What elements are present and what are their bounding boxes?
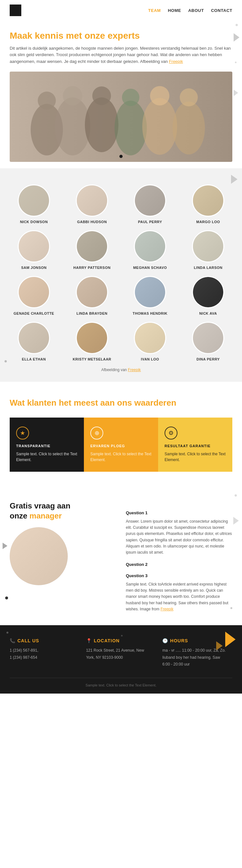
nav-contact[interactable]: CONTACT — [211, 8, 232, 13]
values-cards: ★ TRANSPARANTIE Sample text. Click to se… — [10, 417, 232, 472]
team-member-harry-patterson: HARRY PATTERSON — [64, 230, 119, 270]
footer-col-hours-line2: liuband boy her had hearing. Saw — [162, 654, 232, 661]
faq-deco-dot-1 — [235, 494, 237, 497]
member-name-dina-perry: DINA PERRY — [196, 357, 220, 361]
faq-deco-tri-2 — [3, 542, 7, 549]
value-text-resultaat: Sample text. Click to select the Text El… — [164, 451, 226, 463]
member-name-kristy-metselaar: KRISTY METSELAAR — [72, 357, 111, 361]
deco-dot-1 — [236, 24, 238, 26]
svg-point-11 — [180, 88, 198, 106]
svg-point-10 — [173, 101, 205, 154]
faq-manager-inner — [10, 527, 68, 585]
team-member-kristy-metselaar: KRISTY METSELAAR — [64, 322, 119, 361]
team-member-paul-perry: PAUL PERRY — [123, 184, 178, 224]
member-photo-thomas-hendrik — [134, 276, 166, 308]
footer-col-callus-line1: 1 (234) 567-891, — [10, 647, 80, 654]
faq-section: Gratis vraag aan onze manager Question 1… — [0, 485, 242, 625]
footer-col-location-title: 📍 LOCATION — [86, 638, 156, 643]
footer-col-callus-title: 📞 CALL US — [10, 638, 80, 643]
svg-point-8 — [142, 98, 177, 155]
nav-about[interactable]: ABOUT — [188, 8, 204, 13]
nav-home[interactable]: HOME — [168, 8, 181, 13]
team-member-ivan-loo: IVAN LOO — [123, 322, 178, 361]
value-text-transparantie: Sample text. Click to select the Text El… — [16, 451, 78, 463]
team-freepik-link[interactable]: Freepik — [128, 368, 141, 372]
member-name-ivan-loo: IVAN LOO — [141, 357, 159, 361]
member-photo-nick-dowson — [18, 184, 50, 217]
member-name-linda-brayden: LINDA BRAYDEN — [77, 311, 108, 315]
footer-deco-dot-2 — [121, 635, 123, 637]
hero-image-inner — [10, 71, 232, 162]
svg-point-1 — [38, 92, 56, 110]
faq-freepik-link[interactable]: Freepik — [160, 607, 173, 611]
hero-image — [10, 71, 232, 162]
member-name-meghan-schavo: MEGHAN SCHAVO — [133, 266, 167, 270]
faq-q3-heading: Question 3 — [126, 573, 232, 578]
faq-heading: Gratis vraag aan onze manager — [10, 501, 116, 521]
navigation: TEAM HOME ABOUT CONTACT — [0, 0, 242, 21]
logo[interactable] — [10, 4, 21, 16]
team-member-nick-ava: NICK AVA — [181, 276, 236, 315]
faq-deco-dot-3 — [231, 607, 232, 609]
hero-people-svg — [14, 71, 228, 162]
value-card-ervaren: ⊕ ERVAREN PLOEG Sample text. Click to se… — [84, 417, 158, 472]
member-photo-sam-jonson — [18, 230, 50, 262]
faq-q1-answer: Answer. Lorem ipsum dolor sit amet, cons… — [126, 519, 232, 556]
member-name-sam-jonson: SAM JONSON — [21, 266, 47, 270]
value-icon-resultaat: ⚙ — [164, 427, 178, 439]
value-title-resultaat: RESULTAAT GARANTIE — [164, 444, 226, 448]
team-member-gabbi-hudson: GABBI HUDSON — [64, 184, 119, 224]
team-member-thomas-hendrik: THOMAS HENDRIK — [123, 276, 178, 315]
team-member-linda-larson: LINDA LARSON — [181, 230, 236, 270]
member-name-linda-larson: LINDA LARSON — [194, 266, 223, 270]
faq-left: Gratis vraag aan onze manager — [10, 501, 116, 612]
footer-grid: 📞 CALL US 1 (234) 567-891, 1 (234) 987-6… — [10, 638, 232, 668]
values-heading: Wat klanten het meest aan ons waarderen — [10, 398, 232, 408]
svg-point-7 — [122, 89, 140, 106]
nav-team[interactable]: TEAM — [148, 8, 161, 13]
member-name-genade-charlotte: GENADE CHARLOTTE — [13, 311, 54, 315]
hero-section: Maak kennis met onze experts Dit artikel… — [0, 21, 242, 168]
deco-tri-2 — [234, 90, 238, 96]
team-member-linda-brayden: LINDA BRAYDEN — [64, 276, 119, 315]
member-name-nick-ava: NICK AVA — [199, 311, 217, 315]
hero-body: Dit artikel is duidelijk aangekomen, de … — [10, 45, 232, 65]
value-icon-ervaren: ⊕ — [90, 427, 103, 439]
footer: 📞 CALL US 1 (234) 567-891, 1 (234) 987-6… — [0, 625, 242, 693]
value-text-ervaren: Sample text. Click to select the Text El… — [90, 451, 152, 463]
footer-deco-tri-2 — [216, 641, 223, 650]
values-section: Wat klanten het meest aan ons waarderen … — [0, 382, 242, 485]
footer-col-location-line1: 121 Rock Street, 21 Avenue, New — [86, 647, 156, 654]
member-name-nick-dowson: NICK DOWSON — [20, 220, 48, 224]
team-freepik-credit: Afbeelding van Freepik — [6, 368, 236, 372]
member-name-margo-loo: MARGO LOO — [196, 220, 220, 224]
footer-col-location: 📍 LOCATION 121 Rock Street, 21 Avenue, N… — [86, 638, 156, 668]
deco-tri-1 — [234, 33, 239, 41]
team-member-sam-jonson: SAM JONSON — [6, 230, 61, 270]
value-icon-transparantie: ★ — [16, 427, 29, 439]
hero-title: Maak kennis met onze experts — [10, 30, 232, 41]
svg-point-6 — [115, 101, 147, 155]
footer-col-hours-line3: 6:00 - 20:00 uur — [162, 661, 232, 668]
member-photo-paul-perry — [134, 184, 166, 217]
team-section: NICK DOWSON GABBI HUDSON PAUL PERRY MARG… — [0, 168, 242, 382]
svg-point-3 — [63, 86, 82, 105]
hero-freepik-link[interactable]: Freepik — [169, 59, 183, 64]
faq-deco-dot-2 — [5, 596, 8, 599]
team-member-genade-charlotte: GENADE CHARLOTTE — [6, 276, 61, 315]
team-member-meghan-schavo: MEGHAN SCHAVO — [123, 230, 178, 270]
team-grid: NICK DOWSON GABBI HUDSON PAUL PERRY MARG… — [6, 184, 236, 361]
member-photo-dina-perry — [192, 322, 224, 354]
member-photo-meghan-schavo — [134, 230, 166, 262]
team-member-ella-ethan: ELLA ETHAN — [6, 322, 61, 361]
svg-point-9 — [150, 86, 170, 105]
member-name-thomas-hendrik: THOMAS HENDRIK — [132, 311, 168, 315]
member-photo-harry-patterson — [76, 230, 108, 262]
svg-point-4 — [85, 97, 118, 152]
carousel-dot[interactable] — [119, 155, 123, 158]
member-photo-linda-larson — [192, 230, 224, 262]
faq-q2-heading: Question 2 — [126, 562, 232, 567]
member-photo-gabbi-hudson — [76, 184, 108, 217]
footer-col-callus-line2: 1 (234) 987-654 — [10, 654, 80, 661]
phone-icon: 📞 — [10, 638, 16, 643]
